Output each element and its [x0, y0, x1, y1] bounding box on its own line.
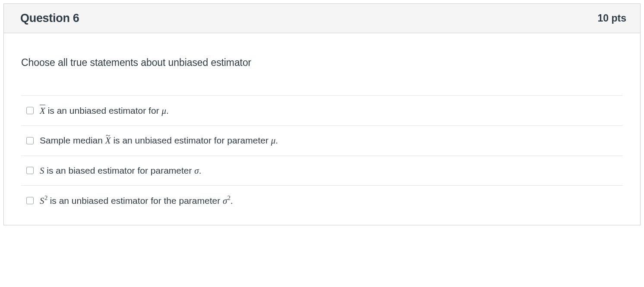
- question-header: Question 6 10 pts: [4, 4, 640, 33]
- question-title: Question 6: [20, 12, 79, 25]
- question-card: Question 6 10 pts Choose all true statem…: [3, 3, 641, 225]
- answer-option: Sample median X is an unbiased estimator…: [21, 126, 623, 156]
- answer-checkbox[interactable]: [26, 197, 34, 204]
- question-points: 10 pts: [598, 12, 626, 24]
- answer-label[interactable]: S2 is an unbiased estimator for the para…: [40, 194, 233, 207]
- answer-label[interactable]: X is an unbiased estimator for μ.: [40, 104, 169, 117]
- answer-checkbox[interactable]: [26, 137, 34, 144]
- answer-checkbox[interactable]: [26, 107, 34, 114]
- question-prompt: Choose all true statements about unbiase…: [21, 57, 623, 69]
- answer-option: S2 is an unbiased estimator for the para…: [21, 186, 623, 215]
- answers-list: X is an unbiased estimator for μ. Sample…: [21, 95, 623, 215]
- answer-label[interactable]: Sample median X is an unbiased estimator…: [40, 134, 278, 147]
- answer-label[interactable]: S is an biased estimator for parameter σ…: [40, 165, 202, 177]
- question-body: Choose all true statements about unbiase…: [4, 33, 640, 225]
- answer-option: S is an biased estimator for parameter σ…: [21, 156, 623, 186]
- answer-option: X is an unbiased estimator for μ.: [21, 96, 623, 126]
- answer-checkbox[interactable]: [26, 167, 34, 174]
